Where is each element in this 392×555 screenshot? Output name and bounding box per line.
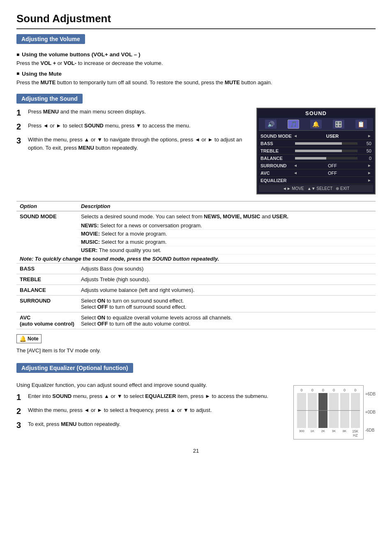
volume-section-header: Adjusting the Volume (16, 34, 85, 44)
table-row-treble: TREBLE Adjusts Treble (high sounds). (16, 274, 376, 285)
table-row-soundmode-movie: MOVIE: Select for a movie program. (16, 230, 376, 238)
mute-body: Press the MUTE button to temporarily tur… (16, 79, 376, 87)
sound-menu-screenshot: SOUND 🔊 🎵 🔔 🎛️ 📋 SOUND MODE ◄ USER ► (256, 108, 376, 194)
option-table: Option Description SOUND MODE Selects a … (16, 201, 376, 329)
table-row-avc: AVC(auto volume control) Select ON to eq… (16, 312, 376, 329)
note-badge: 🔔 Note (16, 334, 42, 343)
eq-section-header: Adjusting Equalizer (Optional function) (16, 363, 133, 373)
section-volume: Adjusting the Volume Using the volume bu… (16, 34, 376, 86)
eq-step-3: 3 To exit, press MENU button repeatedly. (16, 420, 285, 430)
page-title: Sound Adjustment (16, 12, 376, 29)
sound-row-soundmode: SOUND MODE ◄ USER ► (259, 132, 373, 140)
eq-chart: 0 0 0 0 0 0 (293, 381, 376, 439)
sound-menu-footer: ◄► MOVE ▲▼ SELECT ⊕ EXIT (259, 185, 373, 192)
table-row-soundmode-user: USER: The sound quality you set. (16, 246, 376, 254)
menu-icon-1: 🔊 (265, 120, 277, 129)
mute-title: Using the Mute (16, 71, 376, 77)
sound-menu-icons: 🔊 🎵 🔔 🎛️ 📋 (259, 118, 373, 131)
page-number: 21 (16, 448, 376, 454)
col-option: Option (16, 201, 78, 211)
table-row-soundmode-news: NEWS: Select for a news or conversation … (16, 222, 376, 230)
step-1: 1 Press MENU and the main menu screen di… (16, 108, 248, 118)
table-row-soundmode-music: MUSIC: Select for a music program. (16, 238, 376, 246)
table-row-surround: SURROUND Select ON to turn on surround s… (16, 296, 376, 312)
eq-label-top: +6DB (365, 392, 376, 396)
eq-label-mid: +0DB (365, 410, 376, 414)
note-avc-box: 🔔 Note (16, 334, 376, 343)
sound-row-equalizer: EQUALIZER ► (259, 177, 373, 184)
eq-steps: Using Equalizer function, you can adjust… (16, 381, 285, 439)
eq-step-1: 1 Enter into SOUND menu, press ▲ or ▼ to… (16, 392, 285, 402)
table-row-balance: BALANCE Adjusts volume balance (left and… (16, 285, 376, 296)
menu-icon-5: 📋 (355, 120, 367, 129)
col-description: Description (78, 201, 376, 211)
section-equalizer: Adjusting Equalizer (Optional function) … (16, 363, 376, 439)
note-icon: 🔔 (19, 335, 26, 342)
note-avc-text: The [AVC] item is for TV mode only. (16, 346, 376, 355)
step-2: 2 Press ◄ or ► to select SOUND menu, pre… (16, 122, 248, 132)
section-sound: Adjusting the Sound 1 Press MENU and the… (16, 94, 376, 194)
eq-label-bot: -6DB (365, 428, 376, 432)
menu-icon-4: 🎛️ (333, 120, 344, 129)
eq-step-2: 2 Within the menu, press ◄ or ► to selec… (16, 406, 285, 416)
sound-row-bass: BASS 50 (259, 140, 373, 147)
sound-section-header: Adjusting the Sound (16, 94, 83, 104)
eq-intro: Using Equalizer function, you can adjust… (16, 381, 285, 389)
sound-row-treble: TREBLE 50 (259, 147, 373, 155)
sound-row-avc: AVC ◄ OFF ► (259, 169, 373, 177)
vol-buttons-body: Press the VOL + or VOL- to increase or d… (16, 59, 376, 67)
table-row-soundmode: SOUND MODE Selects a desired sound mode.… (16, 211, 376, 222)
vol-buttons-title: Using the volume buttons (VOL+ and VOL –… (16, 51, 376, 58)
menu-icon-3: 🔔 (310, 120, 322, 129)
sound-steps: 1 Press MENU and the main menu screen di… (16, 108, 248, 194)
table-row-bass: BASS Adjusts Bass (low sounds) (16, 264, 376, 274)
step-3: 3 Within the menu, press ▲ or ▼ to navig… (16, 136, 248, 152)
sound-row-surround: SURROUND ◄ OFF ► (259, 162, 373, 169)
menu-icon-2: 🎵 (288, 120, 299, 129)
sound-row-balance: BALANCE 0 (259, 155, 373, 162)
table-row-soundmode-note: Note: To quickly change the sound mode, … (16, 254, 376, 264)
sound-menu-title: SOUND (259, 110, 373, 116)
